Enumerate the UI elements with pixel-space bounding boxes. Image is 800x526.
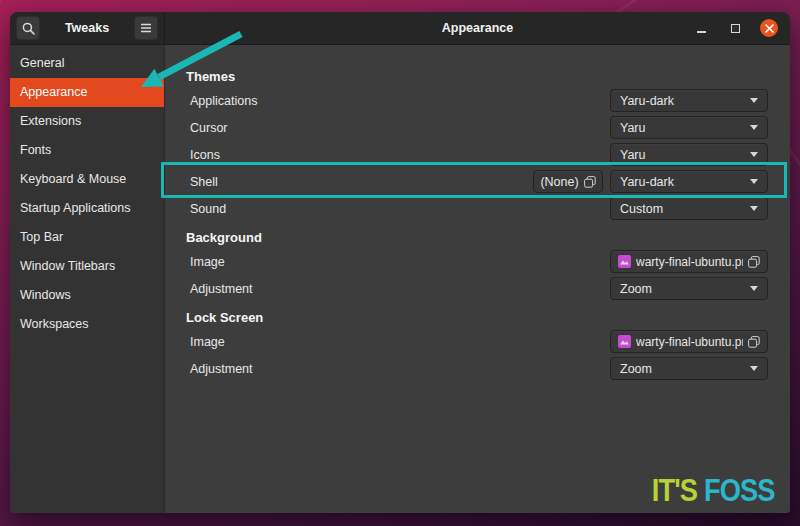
row-label: Sound bbox=[186, 202, 226, 216]
row-label: Adjustment bbox=[186, 282, 253, 296]
watermark-its: IT'S bbox=[652, 473, 697, 508]
lock-screen-image-row: Image warty-final-ubuntu.png bbox=[186, 328, 768, 355]
background-image-row: Image warty-final-ubuntu.png bbox=[186, 248, 768, 275]
dropdown-value: Yaru bbox=[620, 148, 744, 162]
chevron-down-icon bbox=[750, 152, 758, 157]
cursor-theme-row: Cursor Yaru bbox=[186, 114, 768, 141]
app-title: Tweaks bbox=[40, 21, 134, 35]
close-button[interactable] bbox=[760, 19, 778, 37]
lock-screen-image-chooser[interactable]: warty-final-ubuntu.png bbox=[610, 330, 768, 353]
chevron-down-icon bbox=[750, 179, 758, 184]
dropdown-value: Yaru bbox=[620, 121, 744, 135]
sidebar-item-startup-applications[interactable]: Startup Applications bbox=[10, 194, 164, 223]
shell-user-theme-button[interactable]: (None) bbox=[533, 170, 603, 193]
row-label: Cursor bbox=[186, 121, 228, 135]
icons-theme-dropdown[interactable]: Yaru bbox=[610, 143, 768, 166]
file-pick-icon bbox=[584, 176, 596, 188]
sound-theme-dropdown[interactable]: Custom bbox=[610, 197, 768, 220]
window-body: General Appearance Extensions Fonts Keyb… bbox=[10, 45, 790, 513]
themes-section-title: Themes bbox=[186, 69, 768, 84]
background-adjustment-dropdown[interactable]: Zoom bbox=[610, 277, 768, 300]
row-label: Icons bbox=[186, 148, 220, 162]
shell-theme-dropdown[interactable]: Yaru-dark bbox=[610, 170, 768, 193]
sidebar-item-window-titlebars[interactable]: Window Titlebars bbox=[10, 252, 164, 281]
sidebar-item-windows[interactable]: Windows bbox=[10, 281, 164, 310]
cursor-theme-dropdown[interactable]: Yaru bbox=[610, 116, 768, 139]
background-image-chooser[interactable]: warty-final-ubuntu.png bbox=[610, 250, 768, 273]
sidebar: General Appearance Extensions Fonts Keyb… bbox=[10, 45, 165, 513]
file-name: warty-final-ubuntu.png bbox=[636, 335, 743, 349]
dropdown-value: Yaru-dark bbox=[620, 94, 744, 108]
sidebar-item-top-bar[interactable]: Top Bar bbox=[10, 223, 164, 252]
icons-theme-row: Icons Yaru bbox=[186, 141, 768, 168]
row-label: Image bbox=[186, 335, 225, 349]
sidebar-item-keyboard-mouse[interactable]: Keyboard & Mouse bbox=[10, 165, 164, 194]
maximize-icon bbox=[731, 24, 740, 33]
background-adjustment-row: Adjustment Zoom bbox=[186, 275, 768, 302]
menu-button[interactable] bbox=[134, 16, 158, 40]
lock-screen-section-title: Lock Screen bbox=[186, 310, 768, 325]
lock-screen-adjustment-dropdown[interactable]: Zoom bbox=[610, 357, 768, 380]
dropdown-value: Zoom bbox=[620, 282, 744, 296]
sidebar-headerbar: Tweaks bbox=[10, 12, 165, 44]
file-pick-icon bbox=[748, 256, 760, 268]
sidebar-item-extensions[interactable]: Extensions bbox=[10, 107, 164, 136]
close-icon bbox=[765, 24, 774, 33]
row-label: Shell bbox=[186, 175, 218, 189]
chevron-down-icon bbox=[750, 125, 758, 130]
sidebar-item-appearance[interactable]: Appearance bbox=[10, 78, 164, 107]
main-headerbar: Appearance bbox=[165, 12, 790, 44]
menu-icon bbox=[140, 23, 152, 33]
file-name: warty-final-ubuntu.png bbox=[636, 255, 743, 269]
row-label: Adjustment bbox=[186, 362, 253, 376]
dropdown-value: Zoom bbox=[620, 362, 744, 376]
lock-screen-adjustment-row: Adjustment Zoom bbox=[186, 355, 768, 382]
chevron-down-icon bbox=[750, 366, 758, 371]
image-thumbnail-icon bbox=[618, 335, 631, 348]
none-button-label: (None) bbox=[540, 175, 578, 189]
sidebar-item-general[interactable]: General bbox=[10, 49, 164, 78]
row-label: Applications bbox=[186, 94, 257, 108]
search-icon bbox=[22, 22, 35, 35]
watermark-foss: FOSS bbox=[704, 473, 775, 508]
sidebar-item-fonts[interactable]: Fonts bbox=[10, 136, 164, 165]
background-section-title: Background bbox=[186, 230, 768, 245]
itsfoss-watermark: IT'S FOSS bbox=[652, 473, 775, 509]
minimize-icon bbox=[697, 31, 706, 33]
appearance-panel: Themes Applications Yaru-dark Cursor Yar… bbox=[165, 45, 790, 513]
image-thumbnail-icon bbox=[618, 255, 631, 268]
shell-theme-row: Shell (None) Yaru-dark bbox=[186, 168, 768, 195]
chevron-down-icon bbox=[750, 286, 758, 291]
chevron-down-icon bbox=[750, 206, 758, 211]
applications-theme-dropdown[interactable]: Yaru-dark bbox=[610, 89, 768, 112]
row-label: Image bbox=[186, 255, 225, 269]
applications-theme-row: Applications Yaru-dark bbox=[186, 87, 768, 114]
file-pick-icon bbox=[748, 336, 760, 348]
headerbar: Tweaks Appearance bbox=[10, 12, 790, 45]
dropdown-value: Yaru-dark bbox=[620, 175, 744, 189]
maximize-button[interactable] bbox=[726, 19, 744, 37]
window-controls bbox=[692, 19, 790, 37]
sound-theme-row: Sound Custom bbox=[186, 195, 768, 222]
minimize-button[interactable] bbox=[692, 19, 710, 37]
search-button[interactable] bbox=[16, 16, 40, 40]
sidebar-item-workspaces[interactable]: Workspaces bbox=[10, 310, 164, 339]
tweaks-window: Tweaks Appearance General Appearance Ext… bbox=[10, 12, 790, 513]
dropdown-value: Custom bbox=[620, 202, 744, 216]
chevron-down-icon bbox=[750, 98, 758, 103]
